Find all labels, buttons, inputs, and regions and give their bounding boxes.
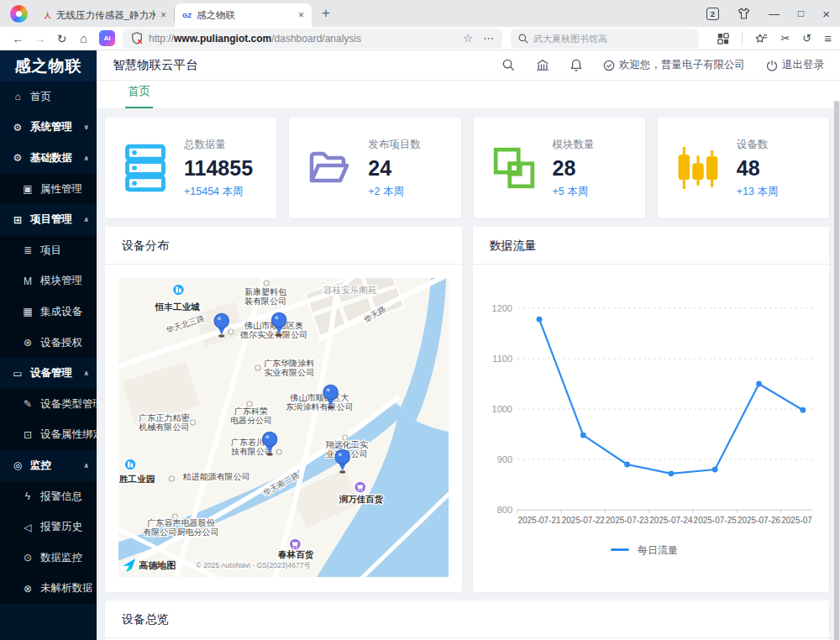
skin-icon[interactable] — [738, 8, 750, 19]
logout-button[interactable]: 退出登录 — [766, 58, 824, 72]
panel-title-flow: 数据流量 — [473, 227, 830, 265]
stat-card-总数据量: 总数据量114855+15454 本周 — [105, 118, 276, 218]
daily-flow-line-chart[interactable]: 1200110010009008002025-07-212025-07-2220… — [486, 265, 812, 574]
sidebar-item-报警历史[interactable]: ◁报警历史 — [0, 511, 97, 543]
new-tab-button[interactable]: + — [322, 5, 330, 22]
browser-tab[interactable]: GZ感之物联× — [175, 3, 312, 27]
tab-count-badge[interactable]: 2 — [706, 8, 719, 20]
map-label: 润万佳百货 — [339, 494, 383, 505]
browser-tab[interactable]: 人无线压力传感器_静力水准仪_× — [37, 3, 174, 27]
tab-close-icon[interactable]: × — [298, 9, 304, 21]
home-icon: ⌂ — [11, 91, 24, 102]
sidebar-item-未解析数据[interactable]: ⊗未解析数据 — [0, 574, 97, 605]
map-label: 春林百货 — [277, 549, 314, 560]
svg-text:高德地图: 高德地图 — [139, 560, 176, 570]
sidebar-item-项目[interactable]: ≣项目 — [0, 235, 97, 266]
chevron-up-icon: ∧ — [84, 155, 90, 162]
svg-text:2025-07-25: 2025-07-25 — [693, 516, 737, 525]
alarm-icon: ϟ — [21, 490, 34, 502]
poi-dot — [191, 420, 196, 425]
url-path: /dashboard/analysis — [271, 33, 361, 45]
organization-bank-icon[interactable] — [536, 59, 549, 71]
header-search-icon[interactable] — [502, 59, 515, 71]
menu-icon[interactable]: ≡ — [824, 31, 832, 45]
app-logo: 感之物联 — [0, 50, 97, 81]
sidebar-item-数据监控[interactable]: ⊙数据监控 — [0, 543, 97, 574]
sidebar: 感之物联 ⌂首页⚙系统管理∨⚙基础数据∧▣属性管理⊞项目管理∧≣项目M模块管理▦… — [0, 50, 97, 640]
page-tabbar: 首页 — [97, 81, 840, 109]
more-options-icon[interactable]: ⋯ — [483, 32, 494, 45]
database-icon — [123, 144, 167, 192]
amap-logo[interactable]: 高德地图 — [123, 559, 176, 572]
sidebar-item-设备管理[interactable]: ▭设备管理∧ — [0, 358, 97, 389]
logout-text: 退出登录 — [782, 58, 824, 72]
history-icon: ◁ — [21, 522, 34, 533]
device-marker-pin[interactable] — [335, 449, 350, 473]
tab-home[interactable]: 首页 — [125, 84, 153, 108]
screenshot-scissors-icon[interactable]: ✂ — [780, 32, 790, 45]
sidebar-menu: ⌂首页⚙系统管理∨⚙基础数据∧▣属性管理⊞项目管理∧≣项目M模块管理▦集成设备⊛… — [0, 81, 97, 604]
stat-value: 28 — [553, 158, 595, 179]
sidebar-item-label: 设备属性绑定 — [40, 428, 103, 442]
bookmark-star-icon[interactable]: ☆ — [463, 32, 473, 45]
forward-icon[interactable]: → — [30, 32, 50, 45]
module-icon: M — [21, 275, 34, 287]
tab-close-icon[interactable]: × — [160, 9, 166, 21]
tab-title: 感之物联 — [197, 9, 293, 22]
chevron-down-icon: ∨ — [84, 123, 90, 131]
browser-logo-icon[interactable] — [10, 5, 28, 23]
chevron-up-icon: ∧ — [84, 462, 90, 470]
sidebar-item-label: 基础数据 — [30, 151, 72, 165]
map-label: 恒丰工业城 — [155, 302, 200, 312]
sidebar-item-属性管理[interactable]: ▣属性管理 — [0, 174, 97, 205]
sidebar-item-集成设备[interactable]: ▦集成设备 — [0, 296, 97, 328]
welcome-user[interactable]: 欢迎您，普量电子有限公司 — [603, 58, 745, 72]
sidebar-item-label: 集成设备 — [40, 305, 82, 319]
address-bar[interactable]: http://www.puliangiot.com/dashboard/anal… — [123, 29, 502, 49]
close-window-button[interactable]: × — [822, 7, 830, 21]
home-icon-toolbar[interactable]: ⌂ — [74, 31, 93, 45]
sidebar-item-设备类型管理[interactable]: ✎设备类型管理 — [0, 389, 97, 420]
map-label: 新康塑料包装有限公司 — [244, 287, 286, 306]
toolbar-divider — [742, 32, 743, 45]
modules-icon — [492, 144, 536, 192]
undo-closed-tab-icon[interactable]: ↺ — [802, 32, 811, 45]
poi-dot — [169, 476, 174, 481]
sidebar-item-监控[interactable]: ◎监控∧ — [0, 450, 97, 481]
stat-value: 24 — [368, 158, 421, 179]
sidebar-item-设备属性绑定[interactable]: ⊡设备属性绑定 — [0, 420, 97, 451]
scrollbar-thumb[interactable] — [834, 101, 839, 640]
sidebar-item-首页[interactable]: ⌂首页 — [0, 81, 97, 113]
sidebar-item-label: 属性管理 — [40, 182, 82, 197]
page-scrollbar[interactable] — [833, 101, 840, 640]
svg-text:2025-07-22: 2025-07-22 — [561, 516, 605, 525]
url-host: www.puliangiot.com — [174, 33, 271, 45]
sidebar-item-设备授权[interactable]: ⊛设备授权 — [0, 328, 97, 359]
map-label: 广东华隆涂料实业有限公司 — [264, 359, 314, 377]
amap-device-map[interactable]: 新康塑料包装有限公司容桂安乐阁苑恒丰工业城华天北三路佛山市顺德区奥德尔实业有限公… — [118, 278, 449, 577]
apps-grid-icon[interactable] — [717, 33, 729, 45]
bind-icon: ⊡ — [21, 429, 34, 441]
sidebar-item-项目管理[interactable]: ⊞项目管理∧ — [0, 204, 97, 235]
notification-bell-icon[interactable] — [570, 59, 582, 71]
sidebar-item-模块管理[interactable]: M模块管理 — [0, 266, 97, 297]
back-icon[interactable]: ← — [8, 32, 28, 45]
reload-icon[interactable]: ↻ — [52, 32, 71, 45]
sidebar-item-报警信息[interactable]: ϟ报警信息 — [0, 481, 97, 512]
sidebar-item-系统管理[interactable]: ⚙系统管理∨ — [0, 113, 97, 144]
ai-assistant-icon[interactable]: AI — [99, 30, 115, 46]
browser-search-box[interactable] — [511, 29, 699, 49]
search-input[interactable] — [533, 34, 685, 44]
maximize-button[interactable]: □ — [798, 8, 804, 19]
collect-favorite-icon[interactable] — [755, 33, 768, 45]
browser-window: 人无线压力传感器_静力水准仪_×GZ感之物联× + 2 — □ × ← → ↻ … — [0, 0, 840, 640]
svg-text:2025-07-23: 2025-07-23 — [606, 516, 649, 525]
sidebar-item-基础数据[interactable]: ⚙基础数据∧ — [0, 143, 97, 174]
stat-delta: +2 本周 — [368, 185, 421, 199]
site-security-icon[interactable] — [131, 32, 143, 45]
sidebar-item-label: 项目 — [40, 244, 61, 258]
minimize-button[interactable]: — — [769, 8, 780, 20]
attr-icon: ▣ — [21, 183, 34, 195]
sidebar-item-label: 未解析数据 — [40, 581, 93, 595]
chart-legend[interactable]: 每日流量 — [611, 544, 678, 556]
